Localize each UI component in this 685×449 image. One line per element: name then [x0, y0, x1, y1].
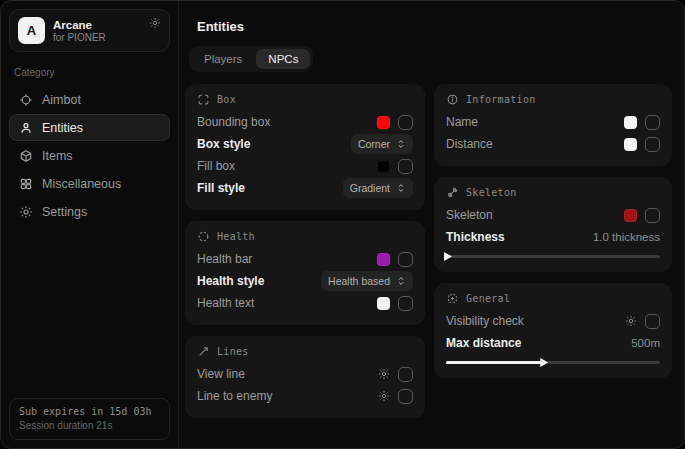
row-view-line: View line: [197, 363, 413, 385]
slider-handle[interactable]: [540, 358, 548, 367]
sidebar-item-settings[interactable]: Settings: [9, 198, 170, 225]
max-distance-value: 500m: [631, 337, 660, 349]
chevrons-up-down-icon: [396, 139, 406, 149]
distance-checkbox[interactable]: [645, 137, 660, 152]
row-label: Health style: [197, 274, 264, 288]
sidebar-item-label: Items: [42, 149, 73, 163]
card-skeleton: Skeleton Skeleton Thickness 1.0 thicknes…: [434, 177, 672, 272]
color-swatch[interactable]: [624, 209, 637, 222]
chevrons-up-down-icon: [396, 183, 406, 193]
card-title: Health: [217, 231, 255, 242]
row-label: Health text: [197, 296, 254, 310]
row-label: Fill box: [197, 159, 235, 173]
row-label: Fill style: [197, 181, 245, 195]
row-label: Bounding box: [197, 115, 270, 129]
card-general-header: General: [446, 292, 660, 305]
color-swatch[interactable]: [377, 160, 390, 173]
health-text-checkbox[interactable]: [398, 296, 413, 311]
grid-icon: [19, 177, 33, 191]
gear-icon: [19, 205, 33, 219]
crosshair-icon: [19, 93, 33, 107]
health-bar-checkbox[interactable]: [398, 252, 413, 267]
row-visibility-check: Visibility check: [446, 310, 660, 332]
gear-icon[interactable]: [625, 315, 637, 327]
select-value: Corner: [358, 138, 390, 150]
row-label: Max distance: [446, 336, 521, 350]
row-fill-box: Fill box: [197, 155, 413, 177]
row-max-distance: Max distance 500m: [446, 332, 660, 354]
sidebar-item-entities[interactable]: Entities: [9, 114, 170, 141]
sidebar-item-label: Entities: [42, 121, 83, 135]
color-swatch[interactable]: [377, 253, 390, 266]
color-swatch[interactable]: [377, 116, 390, 129]
row-label: Health bar: [197, 252, 252, 266]
card-health: Health Health bar Health style Health ba…: [185, 221, 425, 325]
row-bounding-box: Bounding box: [197, 111, 413, 133]
brand-text: Arcane for PIONER: [53, 19, 106, 43]
fill-style-select[interactable]: Gradient: [343, 178, 413, 198]
gear-icon[interactable]: [378, 390, 390, 402]
name-checkbox[interactable]: [645, 115, 660, 130]
skeleton-checkbox[interactable]: [645, 208, 660, 223]
sidebar-item-items[interactable]: Items: [9, 142, 170, 169]
color-swatch[interactable]: [624, 138, 637, 151]
color-swatch[interactable]: [377, 297, 390, 310]
slider-track: [446, 255, 660, 258]
bone-icon: [446, 186, 459, 199]
app-window: A Arcane for PIONER Category Aimbot: [0, 0, 685, 449]
card-information-header: Information: [446, 93, 660, 106]
card-box-header: Box: [197, 93, 413, 106]
row-label: View line: [197, 367, 245, 381]
cube-icon: [19, 149, 33, 163]
row-health-text: Health text: [197, 292, 413, 314]
card-columns: Box Bounding box Box style Corner: [185, 84, 676, 418]
slider-handle[interactable]: [444, 252, 452, 261]
brand-card: A Arcane for PIONER: [9, 9, 170, 52]
brand-logo: A: [18, 17, 45, 44]
row-health-style: Health style Health based: [197, 270, 413, 292]
sidebar-item-label: Settings: [42, 205, 87, 219]
entity-icon: [19, 121, 33, 135]
card-lines-header: Lines: [197, 345, 413, 358]
dashed-target-icon: [446, 292, 459, 305]
card-title: Lines: [217, 346, 249, 357]
line-to-enemy-checkbox[interactable]: [398, 389, 413, 404]
visibility-check-checkbox[interactable]: [645, 314, 660, 329]
brand-subtitle: for PIONER: [53, 32, 106, 43]
sidebar-item-aimbot[interactable]: Aimbot: [9, 86, 170, 113]
card-title: Skeleton: [466, 187, 517, 198]
card-lines: Lines View line: [185, 336, 425, 418]
diagonal-line-icon: [197, 345, 210, 358]
view-line-checkbox[interactable]: [398, 367, 413, 382]
tab-bar: Players NPCs: [189, 46, 313, 72]
fill-box-checkbox[interactable]: [398, 159, 413, 174]
max-distance-slider[interactable]: [446, 357, 660, 367]
row-label: Thickness: [446, 230, 505, 244]
info-badge-icon: [446, 93, 459, 106]
color-swatch[interactable]: [624, 116, 637, 129]
health-style-select[interactable]: Health based: [321, 271, 413, 291]
card-information: Information Name Distance: [434, 84, 672, 166]
bounding-box-checkbox[interactable]: [398, 115, 413, 130]
gear-icon[interactable]: [149, 17, 161, 29]
sidebar-item-miscellaneous[interactable]: Miscellaneous: [9, 170, 170, 197]
row-box-style: Box style Corner: [197, 133, 413, 155]
thickness-slider[interactable]: [446, 251, 660, 261]
row-thickness: Thickness 1.0 thickness: [446, 226, 660, 248]
row-health-bar: Health bar: [197, 248, 413, 270]
tab-npcs[interactable]: NPCs: [256, 49, 310, 69]
session-duration-text: Session duration 21s: [19, 420, 160, 431]
box-style-select[interactable]: Corner: [351, 134, 413, 154]
tab-players[interactable]: Players: [192, 49, 254, 69]
select-value: Health based: [328, 275, 390, 287]
card-health-header: Health: [197, 230, 413, 243]
category-label: Category: [14, 67, 165, 78]
row-label: Name: [446, 115, 478, 129]
card-general: General Visibility check: [434, 283, 672, 378]
row-label: Line to enemy: [197, 389, 272, 403]
card-title: Information: [466, 94, 536, 105]
gear-icon[interactable]: [378, 368, 390, 380]
dashed-circle-icon: [197, 230, 210, 243]
chevrons-up-down-icon: [396, 276, 406, 286]
left-column: Box Bounding box Box style Corner: [185, 84, 425, 418]
